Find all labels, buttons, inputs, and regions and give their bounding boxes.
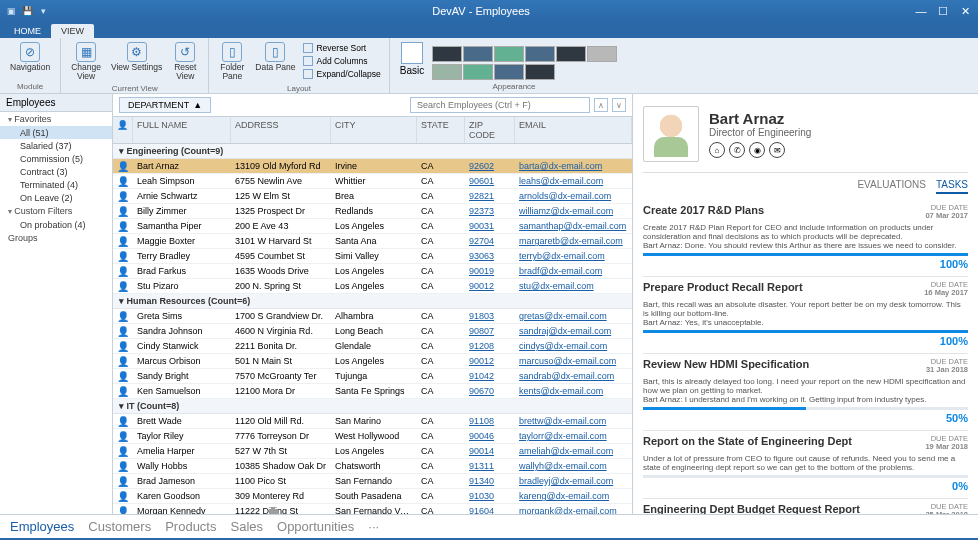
zip-link[interactable]: 91030 — [465, 490, 515, 503]
col-address[interactable]: ADDRESS — [231, 117, 331, 143]
color-swatch[interactable] — [463, 64, 493, 80]
color-swatch[interactable] — [494, 64, 524, 80]
sidebar-cat-favorites[interactable]: Favorites — [0, 112, 112, 126]
col-email[interactable]: EMAIL — [515, 117, 632, 143]
nav-customers[interactable]: Customers — [88, 519, 151, 534]
reverse-sort-button[interactable]: Reverse Sort — [301, 42, 382, 54]
maximize-button[interactable]: ☐ — [936, 5, 950, 18]
zip-link[interactable]: 91208 — [465, 340, 515, 353]
email-link[interactable]: bradleyj@dx-email.com — [515, 475, 632, 488]
sidebar-item[interactable]: All (51) — [0, 126, 112, 139]
email-link[interactable]: cindys@dx-email.com — [515, 340, 632, 353]
email-link[interactable]: barta@dx-email.com — [515, 160, 632, 173]
home-icon[interactable]: ⌂ — [709, 142, 725, 158]
camera-icon[interactable]: ◉ — [749, 142, 765, 158]
navigation-button[interactable]: ⊘ Navigation — [6, 40, 54, 81]
group-row[interactable]: ▾ Engineering (Count=9) — [113, 144, 632, 159]
sidebar-cat-groups[interactable]: Groups — [0, 231, 112, 245]
table-row[interactable]: 👤Wally Hobbs10385 Shadow Oak DrChatswort… — [113, 459, 632, 474]
phone-icon[interactable]: ✆ — [729, 142, 745, 158]
email-link[interactable]: sandraj@dx-email.com — [515, 325, 632, 338]
zip-link[interactable]: 91108 — [465, 415, 515, 428]
nav-sales[interactable]: Sales — [230, 519, 263, 534]
email-link[interactable]: stu@dx-email.com — [515, 280, 632, 293]
col-city[interactable]: CITY — [331, 117, 417, 143]
folder-pane-button[interactable]: ▯Folder Pane — [215, 40, 249, 83]
close-button[interactable]: ✕ — [958, 5, 972, 18]
email-link[interactable]: brettw@dx-email.com — [515, 415, 632, 428]
table-row[interactable]: 👤Brad Jameson1100 Pico StSan FernandoCA9… — [113, 474, 632, 489]
tab-view[interactable]: VIEW — [51, 24, 94, 38]
zip-link[interactable]: 90012 — [465, 355, 515, 368]
email-link[interactable]: margaretb@dx-email.com — [515, 235, 632, 248]
zip-link[interactable]: 92373 — [465, 205, 515, 218]
color-swatch[interactable] — [463, 46, 493, 62]
table-row[interactable]: 👤Leah Simpson6755 Newlin AveWhittierCA90… — [113, 174, 632, 189]
zip-link[interactable]: 92602 — [465, 160, 515, 173]
zip-link[interactable]: 90031 — [465, 220, 515, 233]
task-item[interactable]: Review New HDMI SpecificationDUE DATE31 … — [643, 354, 968, 431]
color-swatch[interactable] — [525, 46, 555, 62]
email-link[interactable]: wallyh@dx-email.com — [515, 460, 632, 473]
table-row[interactable]: 👤Karen Goodson309 Monterey RdSouth Pasad… — [113, 489, 632, 504]
table-row[interactable]: 👤Brad Farkus1635 Woods DriveLos AngelesC… — [113, 264, 632, 279]
table-row[interactable]: 👤Terry Bradley4595 Coumbet StSimi Valley… — [113, 249, 632, 264]
table-row[interactable]: 👤Morgan Kennedy11222 Dilling StSan Ferna… — [113, 504, 632, 514]
tab-tasks[interactable]: TASKS — [936, 179, 968, 194]
task-item[interactable]: Create 2017 R&D PlansDUE DATE07 Mar 2017… — [643, 200, 968, 277]
basic-theme-button[interactable]: Basic — [396, 40, 430, 81]
department-group-button[interactable]: DEPARTMENT▲ — [119, 97, 211, 113]
table-row[interactable]: 👤Ken Samuelson12100 Mora DrSanta Fe Spri… — [113, 384, 632, 399]
search-prev-button[interactable]: ∧ — [594, 98, 608, 112]
add-columns-button[interactable]: Add Columns — [301, 55, 382, 67]
table-row[interactable]: 👤Sandy Bright7570 McGroanty TerTujungaCA… — [113, 369, 632, 384]
email-link[interactable]: sandrab@dx-email.com — [515, 370, 632, 383]
view-settings-button[interactable]: ⚙View Settings — [107, 40, 166, 83]
zip-link[interactable]: 90019 — [465, 265, 515, 278]
email-link[interactable]: gretas@dx-email.com — [515, 310, 632, 323]
nav-opportunities[interactable]: Opportunities — [277, 519, 354, 534]
task-item[interactable]: Prepare Product Recall ReportDUE DATE16 … — [643, 277, 968, 354]
email-link[interactable]: kareng@dx-email.com — [515, 490, 632, 503]
search-input[interactable] — [410, 97, 590, 113]
col-state[interactable]: STATE — [417, 117, 465, 143]
tab-evaluations[interactable]: EVALUATIONS — [857, 179, 926, 194]
zip-link[interactable]: 91340 — [465, 475, 515, 488]
zip-link[interactable]: 93063 — [465, 250, 515, 263]
email-link[interactable]: leahs@dx-email.com — [515, 175, 632, 188]
color-swatch[interactable] — [587, 46, 617, 62]
zip-link[interactable]: 90014 — [465, 445, 515, 458]
nav-products[interactable]: Products — [165, 519, 216, 534]
color-swatch[interactable] — [494, 46, 524, 62]
tab-home[interactable]: HOME — [4, 24, 51, 38]
task-item[interactable]: Report on the State of Engineering DeptD… — [643, 431, 968, 499]
sidebar-item[interactable]: Salaried (37) — [0, 139, 112, 152]
table-row[interactable]: 👤Cindy Stanwick2211 Bonita Dr.GlendaleCA… — [113, 339, 632, 354]
zip-link[interactable]: 90012 — [465, 280, 515, 293]
table-row[interactable]: 👤Maggie Boxter3101 W Harvard StSanta Ana… — [113, 234, 632, 249]
email-link[interactable]: taylorr@dx-email.com — [515, 430, 632, 443]
group-row[interactable]: ▾ IT (Count=8) — [113, 399, 632, 414]
table-row[interactable]: 👤Sandra Johnson4600 N Virginia Rd.Long B… — [113, 324, 632, 339]
task-item[interactable]: Engineering Dept Budget Request ReportDU… — [643, 499, 968, 514]
zip-link[interactable]: 91604 — [465, 505, 515, 515]
zip-link[interactable]: 90670 — [465, 385, 515, 398]
mail-icon[interactable]: ✉ — [769, 142, 785, 158]
email-link[interactable]: marcuso@dx-email.com — [515, 355, 632, 368]
email-link[interactable]: ameliah@dx-email.com — [515, 445, 632, 458]
group-row[interactable]: ▾ Human Resources (Count=6) — [113, 294, 632, 309]
table-row[interactable]: 👤Taylor Riley7776 Torreyson DrWest Holly… — [113, 429, 632, 444]
color-swatch[interactable] — [432, 46, 462, 62]
email-link[interactable]: arnolds@dx-email.com — [515, 190, 632, 203]
zip-link[interactable]: 91042 — [465, 370, 515, 383]
table-row[interactable]: 👤Bart Arnaz13109 Old Myford RdIrvineCA92… — [113, 159, 632, 174]
data-pane-button[interactable]: ▯Data Pane — [251, 40, 299, 83]
color-swatch[interactable] — [432, 64, 462, 80]
sidebar-item[interactable]: On probation (4) — [0, 218, 112, 231]
email-link[interactable]: williamz@dx-email.com — [515, 205, 632, 218]
qat-save-icon[interactable]: 💾 — [22, 6, 32, 16]
sidebar-cat-filters[interactable]: Custom Filters — [0, 204, 112, 218]
sidebar-item[interactable]: Commission (5) — [0, 152, 112, 165]
qat-down-icon[interactable]: ▾ — [38, 6, 48, 16]
sidebar-item[interactable]: On Leave (2) — [0, 191, 112, 204]
